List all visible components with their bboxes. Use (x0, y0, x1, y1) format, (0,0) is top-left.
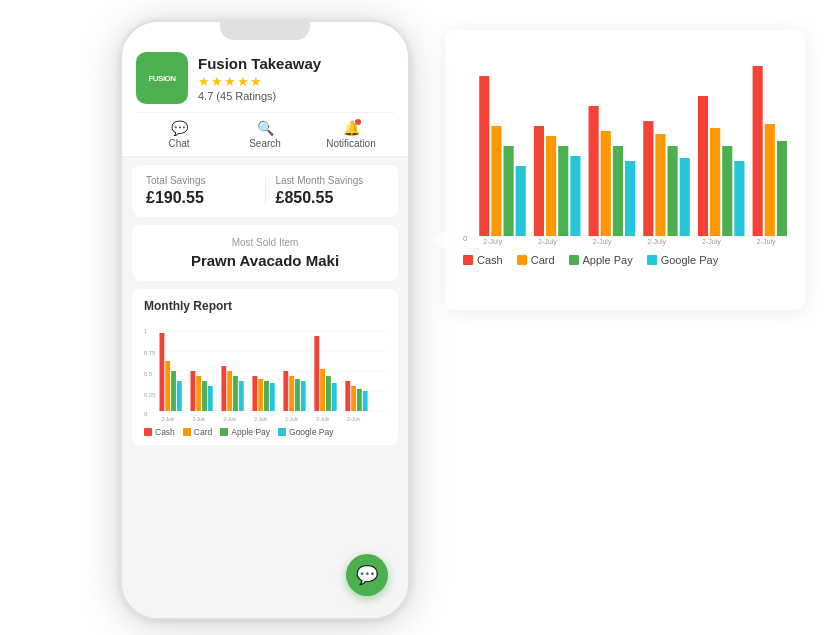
last-month-label: Last Month Savings (276, 175, 385, 186)
svg-rect-36 (357, 389, 362, 411)
svg-rect-59 (643, 121, 653, 236)
big-legend-apple-pay: Apple Pay (569, 254, 633, 266)
savings-divider (265, 177, 266, 205)
svg-text:2-July: 2-July (757, 238, 776, 246)
svg-rect-67 (753, 66, 763, 236)
svg-rect-53 (558, 146, 568, 236)
chat-label: Chat (168, 138, 189, 149)
svg-rect-23 (258, 379, 263, 411)
svg-text:2-July: 2-July (316, 417, 329, 421)
app-header: FUSION Fusion Takeaway ★★★★★ 4.7 (45 Rat… (122, 40, 408, 157)
big-cash-label: Cash (477, 254, 503, 266)
svg-rect-27 (289, 376, 294, 411)
big-apple-pay-color (569, 255, 579, 265)
search-tab[interactable]: 🔍 Search (222, 113, 308, 156)
card-label: Card (194, 427, 212, 437)
star-rating: ★★★★★ (198, 74, 394, 89)
phone-mockup: FUSION Fusion Takeaway ★★★★★ 4.7 (45 Rat… (120, 20, 410, 620)
legend-cash: Cash (144, 427, 175, 437)
svg-rect-11 (165, 361, 170, 411)
phone-screen: FUSION Fusion Takeaway ★★★★★ 4.7 (45 Rat… (122, 40, 408, 618)
restaurant-details: Fusion Takeaway ★★★★★ 4.7 (45 Ratings) (198, 55, 394, 102)
svg-text:2-July: 2-July (647, 238, 666, 246)
svg-rect-62 (680, 158, 690, 236)
chat-fab-button[interactable]: 💬 (346, 554, 388, 596)
last-month-value: £850.55 (276, 189, 385, 207)
svg-text:2-July: 2-July (192, 417, 205, 421)
most-sold-item: Prawn Avacado Maki (146, 252, 384, 269)
svg-rect-66 (734, 161, 744, 236)
cash-color (144, 428, 152, 436)
svg-rect-20 (233, 376, 238, 411)
svg-rect-31 (320, 369, 325, 411)
nav-tabs: 💬 Chat 🔍 Search 🔔 Notification (136, 112, 394, 156)
notification-dot (355, 119, 361, 125)
big-apple-pay-label: Apple Pay (583, 254, 633, 266)
svg-text:2-July: 2-July (285, 417, 298, 421)
google-pay-color (278, 428, 286, 436)
svg-rect-35 (351, 386, 356, 411)
svg-rect-54 (570, 156, 580, 236)
legend-card: Card (183, 427, 212, 437)
restaurant-logo: FUSION (136, 52, 188, 104)
phone-notch (220, 22, 310, 40)
card-color (183, 428, 191, 436)
svg-rect-52 (546, 136, 556, 236)
svg-rect-65 (722, 146, 732, 236)
savings-section: Total Savings £190.55 Last Month Savings… (132, 165, 398, 217)
notifications-label: Notification (326, 138, 375, 149)
chart-legend: Cash Card Apple Pay Google Pay (144, 427, 386, 437)
svg-rect-64 (710, 128, 720, 236)
svg-rect-25 (270, 383, 275, 411)
svg-rect-49 (504, 146, 514, 236)
svg-rect-50 (516, 166, 526, 236)
legend-google-pay: Google Pay (278, 427, 333, 437)
svg-rect-60 (655, 134, 665, 236)
svg-rect-68 (765, 124, 775, 236)
svg-rect-37 (363, 391, 368, 411)
big-chart-svg: 0 (463, 46, 787, 246)
apple-pay-color (220, 428, 228, 436)
svg-text:0: 0 (144, 411, 148, 417)
apple-pay-label: Apple Pay (231, 427, 270, 437)
fab-icon: 💬 (356, 564, 378, 586)
svg-rect-63 (698, 96, 708, 236)
svg-text:0: 0 (463, 234, 468, 243)
search-icon: 🔍 (257, 120, 274, 136)
svg-rect-28 (295, 379, 300, 411)
big-legend-card: Card (517, 254, 555, 266)
svg-rect-48 (491, 126, 501, 236)
svg-rect-14 (190, 371, 195, 411)
last-month-savings-box: Last Month Savings £850.55 (276, 175, 385, 207)
svg-rect-32 (326, 376, 331, 411)
svg-rect-56 (601, 131, 611, 236)
svg-text:0.25: 0.25 (144, 392, 156, 398)
most-sold-label: Most Sold Item (146, 237, 384, 248)
big-google-pay-color (647, 255, 657, 265)
legend-apple-pay: Apple Pay (220, 427, 270, 437)
svg-rect-29 (301, 381, 306, 411)
svg-text:2-July: 2-July (702, 238, 721, 246)
bubble-tail (431, 230, 447, 250)
big-chart-area: 0 (463, 46, 787, 246)
svg-rect-12 (171, 371, 176, 411)
svg-text:2-July: 2-July (161, 417, 174, 421)
svg-rect-51 (534, 126, 544, 236)
svg-rect-24 (264, 381, 269, 411)
svg-text:2-July: 2-July (483, 238, 502, 246)
svg-rect-22 (252, 376, 257, 411)
chart-section: Monthly Report 1 0.75 0.5 0.25 0 (132, 289, 398, 445)
svg-text:2-July: 2-July (254, 417, 267, 421)
svg-rect-13 (177, 381, 182, 411)
svg-rect-16 (202, 381, 207, 411)
notifications-tab[interactable]: 🔔 Notification (308, 113, 394, 156)
svg-text:0.75: 0.75 (144, 350, 156, 356)
svg-rect-21 (239, 381, 244, 411)
big-card-label: Card (531, 254, 555, 266)
svg-text:2-July: 2-July (223, 417, 236, 421)
big-card-color (517, 255, 527, 265)
big-legend-cash: Cash (463, 254, 503, 266)
svg-rect-58 (625, 161, 635, 236)
google-pay-label: Google Pay (289, 427, 333, 437)
chat-tab[interactable]: 💬 Chat (136, 113, 222, 156)
